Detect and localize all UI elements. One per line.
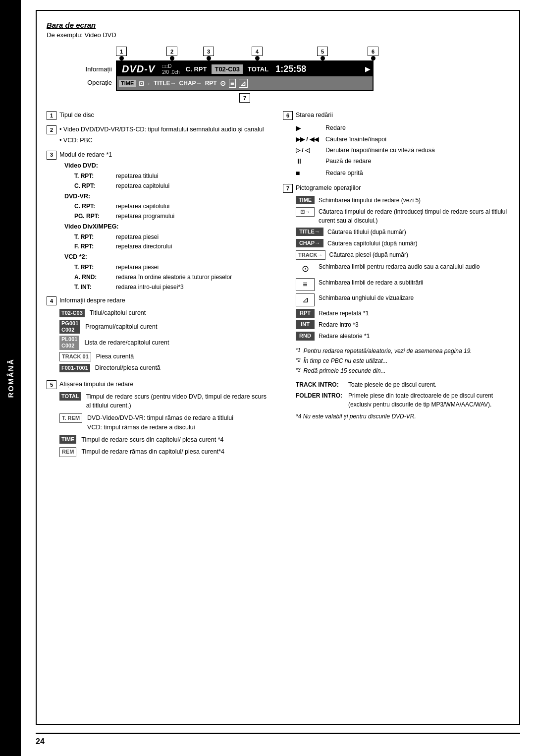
- page-footer: 24: [36, 733, 520, 746]
- desc-content-1: Tipul de disc: [59, 111, 273, 120]
- track-intro-block: TRACK INTRO: Toate piesele de pe discul …: [296, 380, 509, 421]
- osd-t02c03: T02-C03: [212, 64, 243, 74]
- footnotes-right: *1 Pentru redarea repetată/aleatorie, ve…: [296, 347, 509, 375]
- badge-track01: TRACK 01: [59, 352, 91, 361]
- osd-crpt: C. RPT: [184, 65, 209, 73]
- sidebar: ROMÂNĂ: [0, 0, 21, 756]
- badge-rem: REM: [59, 447, 76, 457]
- desc-num-1: 1: [47, 111, 56, 120]
- desc-content-6: Starea redării ▶ Redare ▶▶ / ◀◀ Căutare …: [296, 111, 509, 178]
- desc-item-5: 5 Afișarea timpului de redare TOTAL Timp…: [47, 380, 273, 457]
- info-label: Informații: [76, 63, 112, 73]
- main-content: Bara de ecran De exemplu: Video DVD 1: [21, 0, 535, 756]
- desc-item-4: 4 Informații despre redare T02-C03 Titlu…: [47, 296, 273, 374]
- page-number: 24: [36, 737, 45, 746]
- desc-item-3: 3 Modul de redare *1 Video DVD: T. RPT: …: [47, 150, 273, 291]
- osd-op-row: TIME ⊡→ TITLE→ CHAP→ RPT ⊙ ≡ ⊿: [117, 76, 373, 90]
- badge-total: TOTAL: [59, 392, 81, 401]
- page-wrapper: ROMÂNĂ Bara de ecran De exemplu: Video D…: [0, 0, 535, 756]
- badge-time-op: TIME: [296, 196, 315, 204]
- desc-num-3: 3: [47, 151, 56, 160]
- desc-num-6: 6: [283, 111, 293, 120]
- num-box-3: 3: [203, 47, 214, 56]
- op-label: Operație: [76, 79, 112, 88]
- osd-op-circle: ⊙: [220, 79, 226, 87]
- track-intro-label: TRACK INTRO:: [296, 380, 345, 389]
- num-box-4: 4: [252, 47, 263, 56]
- track-intro-text: Toate piesele de pe discul curent.: [348, 380, 436, 389]
- badge-seek-icon: ⊡→: [296, 207, 315, 217]
- descriptions: 1 Tipul de disc 2 • Video DVD/DVD-VR/DTS…: [47, 111, 509, 457]
- content-box: Bara de ecran De exemplu: Video DVD 1: [36, 10, 520, 725]
- footnote4: *4 Nu este valabil și pentru discurile D…: [296, 412, 509, 421]
- desc-content-3: Modul de redare *1 Video DVD: T. RPT: re…: [59, 150, 273, 291]
- folder-intro-label: FOLDER INTRO:: [296, 391, 345, 409]
- desc-num-4: 4: [47, 296, 56, 305]
- icon-audio-lang: ⊙: [296, 262, 315, 276]
- badge-pl001: PL001C002: [59, 336, 79, 349]
- num-box-6: 6: [368, 47, 378, 56]
- osd-op-icon1: ⊡→: [139, 80, 151, 87]
- dot-1: [119, 56, 124, 60]
- dot-5: [321, 56, 325, 60]
- sub-table-3: Video DVD: T. RPT: repetarea titlului C.…: [64, 161, 273, 291]
- num-box-7: 7: [239, 93, 250, 103]
- badge-time: TIME: [59, 435, 76, 444]
- col-left: 1 Tipul de disc 2 • Video DVD/DVD-VR/DTS…: [47, 111, 273, 457]
- desc-item-6: 6 Starea redării ▶ Redare ▶▶ / ◀◀ C: [283, 111, 509, 178]
- icon-subtitle: ≡: [296, 278, 315, 291]
- desc-num-2: 2: [47, 125, 56, 134]
- dot-4: [255, 56, 260, 60]
- badge-int-op: INT: [296, 320, 315, 329]
- osd-time: 1:25:58: [272, 64, 309, 74]
- osd-op-angle: ⊿: [239, 79, 248, 88]
- osd-audio: □□D2/0 .0ch: [160, 63, 182, 75]
- sidebar-label: ROMÂNĂ: [6, 358, 15, 398]
- desc-num-7: 7: [283, 184, 293, 193]
- badge-chap-arrow: CHAP→: [296, 239, 323, 247]
- osd-dvdv: DVD-V: [119, 63, 158, 75]
- osd-op-sub: ≡: [229, 79, 236, 88]
- badge-title-arrow: TITLE→: [296, 228, 323, 236]
- badge-track-arrow: TRACK→: [296, 250, 325, 260]
- num-box-1: 1: [116, 47, 127, 56]
- badge-f001t001: F001-T001: [59, 364, 90, 372]
- desc-content-2: • Video DVD/DVD-VR/DTS-CD: tipul formatu…: [59, 125, 273, 145]
- section-title: Bara de ecran: [47, 21, 509, 29]
- dot-2: [170, 56, 174, 60]
- badge-t02c03: T02-C03: [59, 309, 85, 317]
- col-right: 6 Starea redării ▶ Redare ▶▶ / ◀◀ C: [283, 111, 509, 457]
- badge-trem: T. REM: [59, 413, 82, 423]
- section-subtitle: De exemplu: Video DVD: [47, 31, 509, 39]
- badge-rnd-op: RND: [296, 332, 315, 340]
- osd-op-chap: CHAP→: [179, 80, 202, 87]
- num-box-2: 2: [166, 47, 177, 56]
- badge-pg001: PG001C002: [59, 320, 80, 334]
- desc-item-1: 1 Tipul de disc: [47, 111, 273, 120]
- osd-op-title: TITLE→: [154, 80, 176, 87]
- desc-item-7: 7 Pictogramele operațiilor TIME Schimbar…: [283, 183, 509, 421]
- osd-display: DVD-V □□D2/0 .0ch C. RPT T02-C03 TOTAL 1…: [116, 60, 374, 91]
- osd-play-icon: ▶: [365, 65, 371, 73]
- desc-content-7: Pictogramele operațiilor TIME Schimbarea…: [296, 183, 509, 421]
- num-box-5: 5: [317, 47, 328, 56]
- desc-num-5: 5: [47, 380, 56, 389]
- osd-op-rpt: RPT: [205, 80, 217, 87]
- desc-content-5: Afișarea timpului de redare TOTAL Timpul…: [59, 380, 273, 457]
- icon-angle: ⊿: [296, 293, 315, 306]
- desc-item-2: 2 • Video DVD/DVD-VR/DTS-CD: tipul forma…: [47, 125, 273, 145]
- folder-intro-text: Primele piese din toate directoarele de …: [348, 391, 509, 409]
- osd-info-row: DVD-V □□D2/0 .0ch C. RPT T02-C03 TOTAL 1…: [117, 61, 373, 76]
- badge-rpt-op: RPT: [296, 309, 315, 317]
- osd-op-time: TIME: [119, 80, 136, 87]
- dot-3: [207, 56, 211, 60]
- dot-6: [371, 56, 375, 60]
- osd-diagram-wrapper: 1 2 3: [76, 47, 509, 103]
- osd-total: TOTAL: [246, 65, 270, 73]
- desc-content-4: Informații despre redare T02-C03 Titlul/…: [59, 296, 273, 374]
